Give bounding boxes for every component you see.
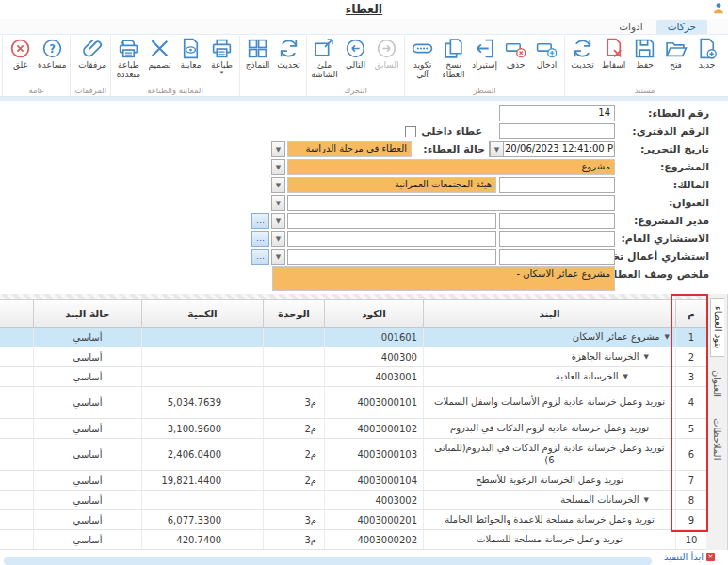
multi-print-button[interactable]: طباعة متعددة: [113, 36, 144, 81]
owner-dropdown[interactable]: ▼: [271, 177, 285, 193]
table-row[interactable]: 1 ▼مشروع عمائر الاسكان 001601 أساسي: [0, 328, 706, 347]
unit-cell: م2: [263, 439, 324, 470]
table-row[interactable]: 2 ▼الخرسانة الجاهزة 400300 أساسي: [0, 347, 706, 367]
column-header-code[interactable]: الكود: [324, 300, 423, 327]
group-label-forms: [242, 95, 304, 96]
table-row[interactable]: 8 ▼الخرسانات المسلحة 4003002 أساسي: [0, 491, 706, 510]
column-header-unit[interactable]: الوحدة: [263, 300, 324, 327]
help-button[interactable]: ? مساعدة: [36, 36, 68, 71]
owner-field[interactable]: هيئة المجتمعات العمرانية: [287, 177, 496, 193]
owner-code-field[interactable]: [499, 177, 615, 193]
unit-cell: م2: [263, 471, 324, 490]
column-header-status[interactable]: حالة البند: [33, 300, 141, 327]
column-header-qty[interactable]: الكمية: [141, 300, 263, 327]
general-consultant-browse-button[interactable]: …: [251, 231, 269, 247]
ribbon-group-navigation: السابق التالي ملئ الشاشة التحرك: [306, 36, 404, 96]
table-row[interactable]: 10 توريد وعمل خرسانة مسلحة للسملات 40030…: [0, 530, 706, 550]
fullscreen-button[interactable]: ملئ الشاشة: [309, 36, 340, 81]
side-tab-tender-items[interactable]: بنود العطاء: [710, 298, 724, 357]
expand-arrow-icon[interactable]: ▼: [644, 353, 649, 362]
templates-button[interactable]: النماذج: [242, 36, 273, 71]
internal-tender-checkbox[interactable]: [405, 126, 416, 137]
save-button[interactable]: حفظ: [629, 36, 660, 71]
refresh-forms-button[interactable]: تحديث: [273, 36, 304, 71]
book-no-field[interactable]: [499, 123, 615, 139]
expand-arrow-icon[interactable]: ▼: [665, 333, 670, 342]
project-manager-dropdown[interactable]: ▼: [271, 213, 285, 229]
tab-movements[interactable]: حركات: [656, 20, 707, 34]
project-dropdown[interactable]: ▼: [271, 159, 285, 175]
table-row[interactable]: 7 توريد وعمل الخرسانة الرغوية للأسطح 400…: [0, 471, 706, 491]
item-cell: توريد وعمل خرسانة عادية لزوم الدكات في ا…: [423, 439, 675, 470]
address-dropdown[interactable]: ▼: [271, 195, 285, 211]
table-row[interactable]: 6 توريد وعمل خرسانة عادية لزوم الدكات في…: [0, 439, 706, 471]
ribbon-tabbar: حركات ادوات: [0, 19, 728, 35]
unit-cell: [263, 367, 324, 386]
expand-arrow-icon[interactable]: ▼: [644, 496, 649, 505]
code-cell: 4003000102: [324, 419, 423, 438]
start-execution-link[interactable]: ✕ ابدأ التنفيذ: [664, 552, 715, 562]
copy-tender-button[interactable]: نسخ العطاء: [438, 36, 469, 81]
code-cell: 400300: [324, 347, 423, 366]
empty-cell: [1, 387, 33, 418]
tender-no-field[interactable]: 14: [499, 105, 615, 121]
open-button[interactable]: فتح: [660, 36, 691, 71]
ribbon-group-attachments: مرفقات المرفقات: [70, 36, 110, 96]
insert-button[interactable]: ادخال: [531, 36, 562, 71]
table-row[interactable]: 5 توريد وعمل خرسانة عادية لزوم الدكات في…: [0, 419, 706, 439]
internal-tender-checkbox-row: عطاء داخلي: [405, 125, 482, 137]
row-num-cell: 9: [675, 510, 706, 529]
specialist-consultant-field[interactable]: [287, 249, 496, 265]
import-button[interactable]: إستيراد: [469, 36, 500, 71]
new-button[interactable]: جديد: [691, 36, 722, 71]
discard-button[interactable]: اسقاط: [598, 36, 629, 71]
empty-cell: [1, 419, 33, 438]
expand-arrow-icon[interactable]: ▼: [623, 373, 628, 381]
column-header-item[interactable]: البند ـ: [423, 300, 675, 327]
design-button[interactable]: تصميم: [144, 36, 175, 71]
group-label-row: السطر: [407, 86, 562, 96]
specialist-consultant-dropdown[interactable]: ▼: [271, 249, 285, 265]
table-row[interactable]: 9 توريد وعمل خرسانة مسلحة للاعمدة والحوا…: [0, 510, 706, 530]
tender-status-dropdown[interactable]: ▼: [271, 141, 285, 157]
item-cell: توريد وعمل خرسانة مسلحة للسملات: [423, 530, 675, 549]
delete-button[interactable]: حذف: [500, 36, 531, 71]
row-num-cell: 5: [675, 419, 706, 438]
tender-summary-field[interactable]: مشروع عمائر الاسكان -: [272, 266, 615, 291]
side-tab-address[interactable]: العنوان: [710, 363, 723, 405]
print-button[interactable]: طباعة ▾: [206, 36, 237, 77]
tender-status-field[interactable]: العطاء فى مرحلة الدراسة: [287, 141, 412, 157]
unit-cell: [263, 347, 324, 366]
specialist-consultant-browse-button[interactable]: …: [251, 249, 269, 265]
horizontal-scrollbar[interactable]: [4, 557, 652, 565]
address-field[interactable]: [287, 195, 615, 211]
new-document-icon: [695, 37, 719, 60]
project-manager-browse-button[interactable]: …: [251, 213, 269, 229]
edit-date-field[interactable]: 20/06/2023 12:41:00 PM: [489, 141, 615, 157]
general-consultant-dropdown[interactable]: ▼: [271, 231, 285, 247]
project-field[interactable]: مشروع: [287, 159, 615, 175]
project-manager-field[interactable]: [287, 213, 496, 229]
preview-button[interactable]: معاينة: [175, 36, 206, 71]
close-button[interactable]: غلق: [5, 36, 36, 71]
attachments-button[interactable]: مرفقات: [76, 36, 108, 71]
general-consultant-field[interactable]: [287, 231, 496, 247]
project-manager-code-field[interactable]: [499, 213, 615, 229]
copy-tender-icon: [442, 37, 465, 60]
status-cell: أساسي: [33, 387, 141, 418]
table-row[interactable]: 4 توريد وعمل خرسانة عادية لزوم الأساسات …: [0, 387, 706, 419]
refresh-button[interactable]: تحديث: [567, 36, 598, 71]
user-icon[interactable]: [712, 1, 725, 15]
close-hint-icon[interactable]: ✕: [706, 553, 715, 561]
item-cell: توريد وعمل خرسانة مسلحة للاعمدة والحوائط…: [423, 510, 675, 529]
specialist-consultant-code-field[interactable]: [499, 249, 615, 265]
edit-date-dropdown[interactable]: ▼: [490, 141, 504, 157]
general-consultant-code-field[interactable]: [499, 231, 615, 247]
column-header-num[interactable]: م: [675, 300, 706, 327]
next-button[interactable]: التالي: [340, 36, 371, 71]
table-row[interactable]: 3 ▼الخرسانة العادية 4003001 أساسي: [0, 367, 706, 387]
side-tab-notes[interactable]: الملاحظات: [710, 411, 723, 467]
auto-code-button[interactable]: تكويد آلي: [407, 36, 438, 81]
qty-cell: 5,034.7639: [141, 387, 263, 418]
tab-tools[interactable]: ادوات: [607, 20, 654, 34]
